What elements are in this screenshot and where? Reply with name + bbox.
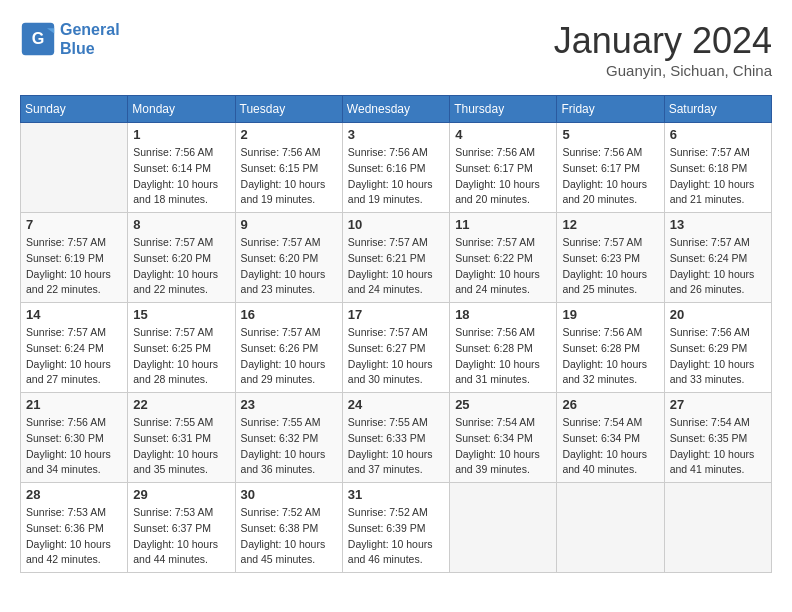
day-number: 29 [133, 487, 229, 502]
logo-text-line1: General [60, 20, 120, 39]
day-cell: 26Sunrise: 7:54 AMSunset: 6:34 PMDayligh… [557, 393, 664, 483]
day-info: Sunrise: 7:54 AMSunset: 6:34 PMDaylight:… [562, 415, 658, 478]
day-number: 31 [348, 487, 444, 502]
logo-text-line2: Blue [60, 39, 120, 58]
day-number: 9 [241, 217, 337, 232]
day-cell: 28Sunrise: 7:53 AMSunset: 6:36 PMDayligh… [21, 483, 128, 573]
day-number: 16 [241, 307, 337, 322]
week-row-3: 14Sunrise: 7:57 AMSunset: 6:24 PMDayligh… [21, 303, 772, 393]
day-number: 10 [348, 217, 444, 232]
day-number: 13 [670, 217, 766, 232]
day-header-tuesday: Tuesday [235, 96, 342, 123]
day-cell: 2Sunrise: 7:56 AMSunset: 6:15 PMDaylight… [235, 123, 342, 213]
day-cell: 7Sunrise: 7:57 AMSunset: 6:19 PMDaylight… [21, 213, 128, 303]
day-cell: 5Sunrise: 7:56 AMSunset: 6:17 PMDaylight… [557, 123, 664, 213]
day-number: 18 [455, 307, 551, 322]
day-cell: 11Sunrise: 7:57 AMSunset: 6:22 PMDayligh… [450, 213, 557, 303]
location-subtitle: Guanyin, Sichuan, China [554, 62, 772, 79]
day-info: Sunrise: 7:57 AMSunset: 6:22 PMDaylight:… [455, 235, 551, 298]
day-cell: 19Sunrise: 7:56 AMSunset: 6:28 PMDayligh… [557, 303, 664, 393]
day-info: Sunrise: 7:57 AMSunset: 6:21 PMDaylight:… [348, 235, 444, 298]
day-number: 3 [348, 127, 444, 142]
day-number: 25 [455, 397, 551, 412]
day-cell: 4Sunrise: 7:56 AMSunset: 6:17 PMDaylight… [450, 123, 557, 213]
day-cell [664, 483, 771, 573]
day-cell: 27Sunrise: 7:54 AMSunset: 6:35 PMDayligh… [664, 393, 771, 483]
day-number: 26 [562, 397, 658, 412]
day-number: 1 [133, 127, 229, 142]
day-cell: 15Sunrise: 7:57 AMSunset: 6:25 PMDayligh… [128, 303, 235, 393]
logo: G General Blue [20, 20, 120, 58]
day-number: 7 [26, 217, 122, 232]
day-cell: 3Sunrise: 7:56 AMSunset: 6:16 PMDaylight… [342, 123, 449, 213]
day-info: Sunrise: 7:56 AMSunset: 6:29 PMDaylight:… [670, 325, 766, 388]
day-cell: 18Sunrise: 7:56 AMSunset: 6:28 PMDayligh… [450, 303, 557, 393]
day-info: Sunrise: 7:57 AMSunset: 6:20 PMDaylight:… [241, 235, 337, 298]
day-info: Sunrise: 7:56 AMSunset: 6:28 PMDaylight:… [455, 325, 551, 388]
day-header-monday: Monday [128, 96, 235, 123]
title-block: January 2024 Guanyin, Sichuan, China [554, 20, 772, 79]
day-info: Sunrise: 7:57 AMSunset: 6:23 PMDaylight:… [562, 235, 658, 298]
day-number: 4 [455, 127, 551, 142]
day-number: 24 [348, 397, 444, 412]
day-info: Sunrise: 7:56 AMSunset: 6:30 PMDaylight:… [26, 415, 122, 478]
day-number: 15 [133, 307, 229, 322]
day-info: Sunrise: 7:57 AMSunset: 6:18 PMDaylight:… [670, 145, 766, 208]
day-info: Sunrise: 7:53 AMSunset: 6:36 PMDaylight:… [26, 505, 122, 568]
day-number: 30 [241, 487, 337, 502]
week-row-2: 7Sunrise: 7:57 AMSunset: 6:19 PMDaylight… [21, 213, 772, 303]
day-cell: 23Sunrise: 7:55 AMSunset: 6:32 PMDayligh… [235, 393, 342, 483]
day-number: 5 [562, 127, 658, 142]
day-info: Sunrise: 7:56 AMSunset: 6:14 PMDaylight:… [133, 145, 229, 208]
day-header-saturday: Saturday [664, 96, 771, 123]
day-cell: 25Sunrise: 7:54 AMSunset: 6:34 PMDayligh… [450, 393, 557, 483]
day-number: 14 [26, 307, 122, 322]
day-info: Sunrise: 7:56 AMSunset: 6:16 PMDaylight:… [348, 145, 444, 208]
day-info: Sunrise: 7:54 AMSunset: 6:35 PMDaylight:… [670, 415, 766, 478]
day-info: Sunrise: 7:53 AMSunset: 6:37 PMDaylight:… [133, 505, 229, 568]
week-row-5: 28Sunrise: 7:53 AMSunset: 6:36 PMDayligh… [21, 483, 772, 573]
day-cell: 6Sunrise: 7:57 AMSunset: 6:18 PMDaylight… [664, 123, 771, 213]
day-info: Sunrise: 7:55 AMSunset: 6:33 PMDaylight:… [348, 415, 444, 478]
day-cell: 20Sunrise: 7:56 AMSunset: 6:29 PMDayligh… [664, 303, 771, 393]
day-info: Sunrise: 7:57 AMSunset: 6:24 PMDaylight:… [670, 235, 766, 298]
day-number: 22 [133, 397, 229, 412]
day-number: 21 [26, 397, 122, 412]
day-cell: 22Sunrise: 7:55 AMSunset: 6:31 PMDayligh… [128, 393, 235, 483]
day-info: Sunrise: 7:57 AMSunset: 6:26 PMDaylight:… [241, 325, 337, 388]
day-header-wednesday: Wednesday [342, 96, 449, 123]
day-info: Sunrise: 7:56 AMSunset: 6:28 PMDaylight:… [562, 325, 658, 388]
day-header-friday: Friday [557, 96, 664, 123]
day-info: Sunrise: 7:55 AMSunset: 6:31 PMDaylight:… [133, 415, 229, 478]
day-cell: 24Sunrise: 7:55 AMSunset: 6:33 PMDayligh… [342, 393, 449, 483]
day-info: Sunrise: 7:57 AMSunset: 6:24 PMDaylight:… [26, 325, 122, 388]
day-cell: 30Sunrise: 7:52 AMSunset: 6:38 PMDayligh… [235, 483, 342, 573]
day-cell: 17Sunrise: 7:57 AMSunset: 6:27 PMDayligh… [342, 303, 449, 393]
day-cell: 8Sunrise: 7:57 AMSunset: 6:20 PMDaylight… [128, 213, 235, 303]
day-info: Sunrise: 7:56 AMSunset: 6:17 PMDaylight:… [562, 145, 658, 208]
day-number: 23 [241, 397, 337, 412]
day-cell: 9Sunrise: 7:57 AMSunset: 6:20 PMDaylight… [235, 213, 342, 303]
day-cell: 29Sunrise: 7:53 AMSunset: 6:37 PMDayligh… [128, 483, 235, 573]
day-cell: 12Sunrise: 7:57 AMSunset: 6:23 PMDayligh… [557, 213, 664, 303]
day-header-thursday: Thursday [450, 96, 557, 123]
day-cell: 13Sunrise: 7:57 AMSunset: 6:24 PMDayligh… [664, 213, 771, 303]
day-number: 27 [670, 397, 766, 412]
month-title: January 2024 [554, 20, 772, 62]
day-info: Sunrise: 7:52 AMSunset: 6:38 PMDaylight:… [241, 505, 337, 568]
day-number: 6 [670, 127, 766, 142]
day-cell [557, 483, 664, 573]
svg-text:G: G [32, 30, 45, 48]
week-row-4: 21Sunrise: 7:56 AMSunset: 6:30 PMDayligh… [21, 393, 772, 483]
day-info: Sunrise: 7:57 AMSunset: 6:20 PMDaylight:… [133, 235, 229, 298]
day-cell: 16Sunrise: 7:57 AMSunset: 6:26 PMDayligh… [235, 303, 342, 393]
day-number: 19 [562, 307, 658, 322]
day-info: Sunrise: 7:57 AMSunset: 6:19 PMDaylight:… [26, 235, 122, 298]
day-cell: 10Sunrise: 7:57 AMSunset: 6:21 PMDayligh… [342, 213, 449, 303]
page-header: G General Blue January 2024 Guanyin, Sic… [20, 20, 772, 79]
day-number: 8 [133, 217, 229, 232]
day-number: 28 [26, 487, 122, 502]
day-cell [21, 123, 128, 213]
day-info: Sunrise: 7:56 AMSunset: 6:15 PMDaylight:… [241, 145, 337, 208]
day-number: 12 [562, 217, 658, 232]
